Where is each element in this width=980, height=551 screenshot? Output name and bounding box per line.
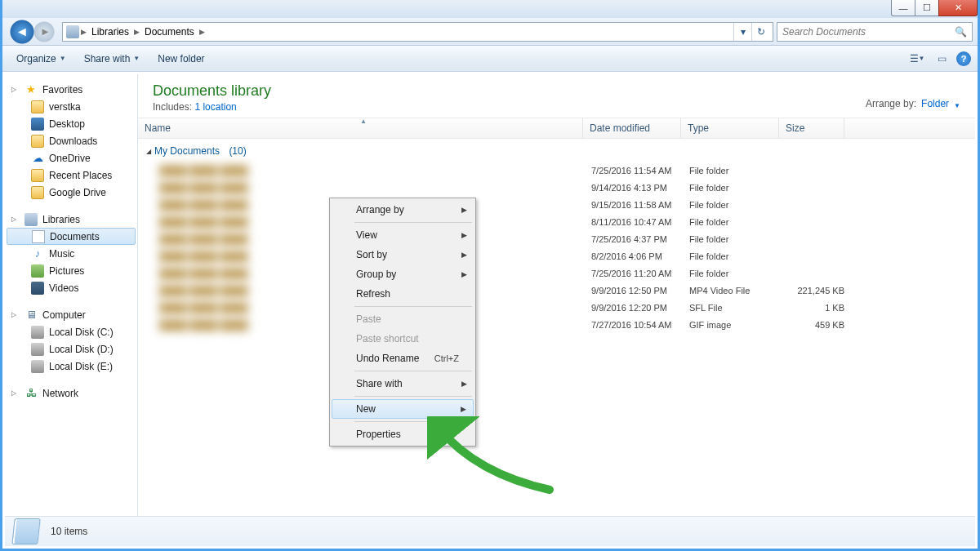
search-input[interactable] (782, 26, 955, 38)
chevron-right-icon: ▶ (461, 251, 467, 259)
context-menu-properties[interactable]: Properties (332, 424, 474, 444)
refresh-button[interactable]: ↻ (751, 23, 769, 41)
chevron-right-icon[interactable]: ▶ (199, 28, 205, 36)
context-menu-arrange-by[interactable]: Arrange by▶ (332, 200, 474, 220)
music-icon: ♪ (31, 247, 44, 260)
search-icon[interactable]: 🔍 (955, 26, 967, 38)
file-row[interactable]: ████ ████ ████7/27/2016 10:54 AMGIF imag… (145, 316, 975, 333)
preview-pane-button[interactable]: ▭ (932, 51, 951, 67)
chevron-right-icon[interactable]: ▶ (134, 28, 140, 36)
collapse-icon[interactable]: ◢ (146, 148, 151, 155)
arrange-by-value[interactable]: Folder (921, 98, 949, 109)
arrange-by-label: Arrange by: (866, 98, 916, 109)
group-header[interactable]: ◢ My Documents (10) (145, 142, 975, 162)
breadcrumb-documents[interactable]: Documents (141, 24, 198, 39)
context-menu-view[interactable]: View▶ (332, 225, 474, 245)
file-name-blurred: ████ ████ ████ (145, 182, 591, 193)
sidebar-item-verstka[interactable]: verstka (5, 98, 137, 115)
desktop-icon (31, 118, 44, 131)
file-name-blurred: ████ ████ ████ (145, 165, 591, 176)
column-date[interactable]: Date modified (583, 118, 681, 138)
context-menu-separator (354, 396, 472, 397)
file-date: 8/2/2016 4:06 PM (591, 251, 689, 261)
includes-link[interactable]: 1 location (194, 101, 236, 113)
address-row: ◄ ► ▶ Libraries ▶ Documents ▶ ▾ ↻ 🔍 (2, 18, 978, 46)
file-date: 7/25/2016 11:54 AM (591, 166, 689, 176)
sidebar-item-desktop[interactable]: Desktop (5, 115, 137, 132)
context-menu-sort-by[interactable]: Sort by▶ (332, 245, 474, 264)
maximize-button[interactable]: ☐ (915, 0, 939, 16)
file-type: File folder (689, 269, 787, 278)
chevron-right-icon: ▶ (461, 405, 466, 413)
file-date: 7/27/2016 10:54 AM (591, 320, 689, 330)
context-menu-undo-rename[interactable]: Undo RenameCtrl+Z (332, 349, 474, 368)
context-menu-refresh[interactable]: Refresh (332, 284, 474, 304)
file-row[interactable]: ████ ████ ████9/14/2016 4:13 PMFile fold… (145, 179, 975, 196)
file-row[interactable]: ████ ████ ████8/2/2016 4:06 PMFile folde… (145, 247, 975, 264)
context-menu-new[interactable]: New▶ (332, 399, 474, 419)
sidebar-item-drive-c[interactable]: Local Disk (C:) (5, 323, 137, 340)
file-type: File folder (689, 200, 787, 210)
chevron-down-icon[interactable]: ▼ (954, 102, 960, 109)
sidebar-item-videos[interactable]: Videos (5, 279, 137, 296)
videos-icon (31, 282, 44, 295)
sidebar-libraries-header[interactable]: ▷Libraries (5, 211, 137, 228)
breadcrumb-libraries[interactable]: Libraries (88, 24, 132, 39)
sidebar-item-gdrive[interactable]: Google Drive (5, 184, 137, 201)
file-row[interactable]: ████ ████ ████9/15/2016 11:58 AMFile fol… (145, 196, 975, 213)
sidebar-network-header[interactable]: ▷🖧Network (5, 384, 137, 402)
organize-button[interactable]: Organize▼ (9, 49, 74, 69)
context-menu-paste-shortcut: Paste shortcut (332, 329, 474, 349)
context-menu-group-by[interactable]: Group by▶ (332, 264, 474, 284)
new-folder-button[interactable]: New folder (150, 49, 212, 69)
search-box[interactable]: 🔍 (777, 22, 973, 42)
file-date: 7/25/2016 11:20 AM (591, 269, 689, 278)
file-type: File folder (689, 234, 787, 244)
file-row[interactable]: ████ ████ ████9/9/2016 12:50 PMMP4 Video… (145, 282, 975, 299)
forward-button[interactable]: ► (40, 25, 51, 38)
file-date: 9/9/2016 12:50 PM (591, 286, 689, 295)
sidebar-computer-header[interactable]: ▷🖥Computer (5, 306, 137, 323)
share-with-button[interactable]: Share with▼ (77, 49, 148, 69)
file-type: File folder (689, 183, 787, 193)
chevron-right-icon: ▶ (461, 206, 467, 214)
context-menu-separator (354, 306, 472, 307)
column-type[interactable]: Type (681, 118, 779, 138)
file-size: 221,245 KB (787, 286, 853, 295)
file-type: File folder (689, 251, 787, 261)
file-row[interactable]: ████ ████ ████8/11/2016 10:47 AMFile fol… (145, 213, 975, 230)
context-menu-share-with[interactable]: Share with▶ (332, 374, 474, 393)
network-icon: 🖧 (24, 387, 38, 400)
address-dropdown-button[interactable]: ▾ (733, 23, 751, 41)
address-bar[interactable]: ▶ Libraries ▶ Documents ▶ ▾ ↻ (62, 22, 773, 42)
sidebar-item-downloads[interactable]: Downloads (5, 132, 137, 149)
sidebar-favorites-header[interactable]: ▷★Favorites (5, 81, 137, 98)
file-list[interactable]: ◢ My Documents (10) ████ ████ ████7/25/2… (138, 139, 975, 516)
file-row[interactable]: ████ ████ ████9/9/2016 12:20 PMSFL File1… (145, 299, 975, 316)
back-button[interactable]: ◄ (16, 24, 29, 39)
pictures-icon (31, 264, 44, 278)
sidebar-item-drive-e[interactable]: Local Disk (E:) (5, 358, 137, 375)
chevron-right-icon: ▶ (461, 380, 467, 388)
close-button[interactable]: ✕ (938, 0, 978, 16)
column-size[interactable]: Size (779, 118, 844, 138)
sidebar-item-music[interactable]: ♪Music (5, 245, 137, 262)
help-icon[interactable]: ? (956, 51, 971, 66)
context-menu-separator (354, 371, 472, 371)
file-type: MP4 Video File (689, 286, 787, 295)
sidebar-item-recent[interactable]: Recent Places (5, 167, 137, 184)
column-name[interactable]: Name▲ (138, 118, 583, 138)
context-menu: Arrange by▶View▶Sort by▶Group by▶Refresh… (329, 198, 476, 447)
sidebar-item-pictures[interactable]: Pictures (5, 262, 137, 279)
file-row[interactable]: ████ ████ ████7/25/2016 4:37 PMFile fold… (145, 230, 975, 247)
chevron-right-icon[interactable]: ▶ (81, 28, 87, 36)
file-row[interactable]: ████ ████ ████7/25/2016 11:20 AMFile fol… (145, 264, 975, 282)
sidebar-item-drive-d[interactable]: Local Disk (D:) (5, 340, 137, 358)
sidebar-item-documents[interactable]: Documents (7, 228, 136, 245)
file-date: 7/25/2016 4:37 PM (591, 234, 689, 244)
file-row[interactable]: ████ ████ ████7/25/2016 11:54 AMFile fol… (145, 162, 975, 179)
status-folder-icon (11, 518, 40, 544)
view-options-button[interactable]: ☰ ▼ (907, 51, 927, 67)
minimize-button[interactable]: — (891, 0, 915, 16)
sidebar-item-onedrive[interactable]: ☁OneDrive (5, 149, 137, 167)
